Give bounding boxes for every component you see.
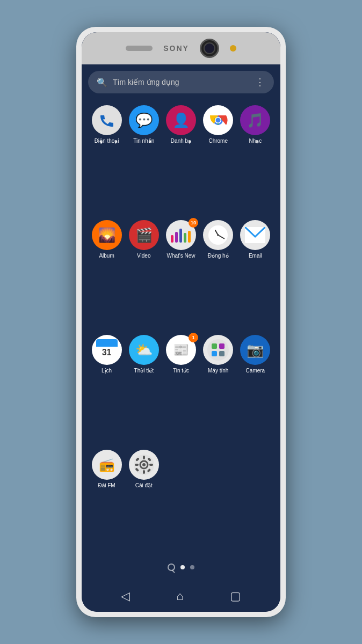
app-message[interactable]: 💬 Tin nhắn <box>125 102 162 213</box>
apps-grid: Điện thoại 💬 Tin nhắn 👤 Danh bạ <box>88 102 274 557</box>
svg-rect-6 <box>219 343 225 349</box>
app-camera[interactable]: 📷 Camera <box>237 332 274 442</box>
clock-face <box>208 225 228 245</box>
search-dot <box>168 564 175 571</box>
music-icon: 🎵 <box>240 105 270 135</box>
app-clock[interactable]: Đồng hồ <box>200 217 237 327</box>
app-chrome[interactable]: Chrome <box>200 102 237 213</box>
dot-inactive <box>190 565 194 569</box>
radio-label: Đài FM <box>98 482 115 489</box>
calendar-icon: 31 <box>92 335 122 365</box>
weather-icon: ⛅ <box>129 335 159 365</box>
svg-rect-12 <box>143 456 145 459</box>
whatsnew-label: What's New <box>166 253 195 259</box>
search-icon: 🔍 <box>97 77 107 87</box>
app-weather[interactable]: ⛅ Thời tiết <box>125 332 162 442</box>
svg-rect-4 <box>207 339 229 361</box>
page-indicator <box>88 557 274 574</box>
recents-button[interactable]: ▢ <box>221 586 250 606</box>
app-calc[interactable]: Máy tính <box>200 332 237 442</box>
whatsnew-badge: 10 <box>189 218 198 228</box>
contacts-icon: 👤 <box>166 105 196 135</box>
app-email[interactable]: Email <box>237 217 274 327</box>
weather-label: Thời tiết <box>134 368 154 374</box>
app-music[interactable]: 🎵 Nhạc <box>237 102 274 213</box>
whatsnew-icon: 10 <box>166 220 196 250</box>
phone-label: Điện thoại <box>95 138 119 144</box>
speaker <box>126 46 153 51</box>
message-icon: 💬 <box>129 105 159 135</box>
radio-icon: 📻 <box>92 450 122 480</box>
screen-content: 🔍 Tìm kiếm ứng dụng ⋮ Điện thoại <box>82 64 280 581</box>
search-bar[interactable]: 🔍 Tìm kiếm ứng dụng ⋮ <box>88 71 274 93</box>
news-label: Tin tức <box>173 368 189 374</box>
svg-rect-13 <box>143 470 145 474</box>
settings-label: Cài đặt <box>135 482 153 489</box>
svg-rect-7 <box>212 351 217 356</box>
app-radio[interactable]: 📻 Đài FM <box>88 447 125 557</box>
phone-top-bar: SONY <box>82 32 280 64</box>
contacts-label: Danh bạ <box>171 138 191 144</box>
calendar-face: 31 <box>96 339 118 361</box>
app-contacts[interactable]: 👤 Danh bạ <box>162 102 199 213</box>
svg-rect-15 <box>149 464 153 466</box>
message-label: Tin nhắn <box>133 138 154 144</box>
album-icon: 🌄 <box>92 220 122 250</box>
search-input[interactable]: Tìm kiếm ứng dụng <box>113 78 255 86</box>
camera-icon: 📷 <box>240 335 270 365</box>
camera-label: Camera <box>246 368 265 374</box>
email-label: Email <box>249 253 262 259</box>
phone-icon <box>92 105 122 135</box>
calendar-label: Lịch <box>102 368 112 374</box>
clock-icon <box>203 220 233 250</box>
news-icon: 1 📰 <box>166 335 196 365</box>
news-badge: 1 <box>189 333 198 342</box>
svg-rect-5 <box>212 343 217 349</box>
app-news[interactable]: 1 📰 Tin tức <box>162 332 199 442</box>
app-settings[interactable]: Cài đặt <box>125 447 162 557</box>
phone-screen: SONY 🔍 Tìm kiếm ứng dụng ⋮ <box>82 32 280 612</box>
svg-rect-8 <box>219 351 225 356</box>
front-camera <box>200 39 219 58</box>
calc-label: Máy tính <box>208 368 228 374</box>
svg-rect-14 <box>135 464 139 466</box>
email-icon <box>240 220 270 250</box>
app-video[interactable]: 🎬 Video <box>125 217 162 327</box>
whatsnew-bars <box>171 228 191 243</box>
chrome-label: Chrome <box>208 138 228 144</box>
chrome-icon <box>203 105 233 135</box>
video-icon: 🎬 <box>129 220 159 250</box>
brand-label: SONY <box>163 44 189 53</box>
calc-icon <box>203 335 233 365</box>
album-label: Album <box>99 253 114 259</box>
back-button[interactable]: ◁ <box>112 586 139 606</box>
home-button[interactable]: ⌂ <box>168 586 192 606</box>
empty-slot-3 <box>237 447 274 557</box>
app-album[interactable]: 🌄 Album <box>88 217 125 327</box>
app-whatsnew[interactable]: 10 What's New <box>162 217 199 327</box>
flash <box>230 45 236 52</box>
empty-slot-2 <box>200 447 237 557</box>
music-label: Nhạc <box>249 138 262 144</box>
app-phone[interactable]: Điện thoại <box>88 102 125 213</box>
more-options-icon[interactable]: ⋮ <box>255 76 265 88</box>
phone-device: SONY 🔍 Tìm kiếm ứng dụng ⋮ <box>76 27 286 617</box>
navigation-bar: ◁ ⌂ ▢ <box>82 581 280 612</box>
app-calendar[interactable]: 31 Lịch <box>88 332 125 442</box>
video-label: Video <box>137 253 150 259</box>
clock-label: Đồng hồ <box>208 253 229 259</box>
dot-active <box>180 565 185 569</box>
empty-slot-1 <box>162 447 199 557</box>
svg-point-2 <box>216 118 221 123</box>
svg-point-11 <box>142 463 146 466</box>
settings-icon <box>129 450 159 480</box>
